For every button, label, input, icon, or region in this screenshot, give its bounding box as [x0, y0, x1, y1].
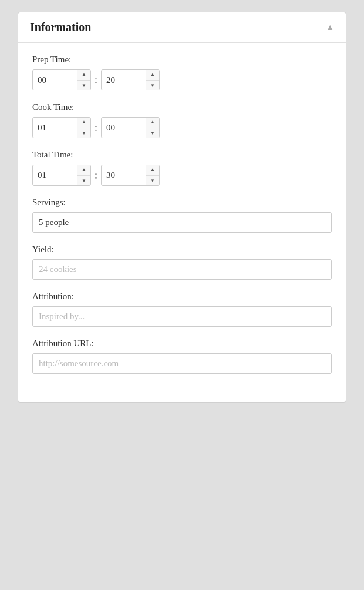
cook-time-hours-spinner: ▲ ▼	[77, 117, 90, 138]
prep-time-minutes-value: 20	[102, 69, 146, 90]
prep-time-group: Prep Time: 00 ▲ ▼ : 20 ▲ ▼	[32, 55, 332, 90]
total-time-hours-spinner: ▲ ▼	[77, 165, 90, 186]
cook-time-minutes-value: 00	[102, 117, 146, 138]
prep-time-label: Prep Time:	[32, 55, 332, 65]
total-time-minutes-up[interactable]: ▲	[146, 165, 159, 176]
cook-time-minutes-input[interactable]: 00 ▲ ▼	[101, 117, 160, 138]
total-time-hours-up[interactable]: ▲	[77, 165, 90, 176]
cook-time-label: Cook Time:	[32, 102, 332, 112]
cook-time-hours-value: 01	[33, 117, 77, 138]
attribution-url-group: Attribution URL:	[32, 338, 332, 374]
prep-time-hours-down[interactable]: ▼	[77, 81, 90, 91]
servings-label: Servings:	[32, 197, 332, 207]
attribution-label: Attribution:	[32, 291, 332, 301]
cook-time-minutes-up[interactable]: ▲	[146, 117, 159, 128]
prep-time-hours-up[interactable]: ▲	[77, 69, 90, 81]
attribution-url-label: Attribution URL:	[32, 338, 332, 348]
total-time-hours-input[interactable]: 01 ▲ ▼	[32, 165, 91, 186]
card-body: Prep Time: 00 ▲ ▼ : 20 ▲ ▼	[18, 43, 346, 402]
servings-input[interactable]	[32, 212, 332, 233]
prep-time-separator: :	[95, 75, 97, 85]
prep-time-minutes-spinner: ▲ ▼	[146, 69, 159, 90]
total-time-hours-down[interactable]: ▼	[77, 176, 90, 186]
prep-time-hours-spinner: ▲ ▼	[77, 69, 90, 90]
total-time-minutes-input[interactable]: 30 ▲ ▼	[101, 165, 160, 186]
cook-time-hours-input[interactable]: 01 ▲ ▼	[32, 117, 91, 138]
prep-time-minutes-down[interactable]: ▼	[146, 81, 159, 91]
prep-time-hours-input[interactable]: 00 ▲ ▼	[32, 69, 91, 90]
yield-input[interactable]	[32, 259, 332, 280]
prep-time-row: 00 ▲ ▼ : 20 ▲ ▼	[32, 69, 332, 90]
prep-time-minutes-up[interactable]: ▲	[146, 69, 159, 81]
total-time-minutes-value: 30	[102, 165, 146, 186]
collapse-icon[interactable]: ▲	[326, 23, 334, 32]
cook-time-minutes-spinner: ▲ ▼	[146, 117, 159, 138]
total-time-minutes-down[interactable]: ▼	[146, 176, 159, 186]
total-time-minutes-spinner: ▲ ▼	[146, 165, 159, 186]
prep-time-minutes-input[interactable]: 20 ▲ ▼	[101, 69, 160, 90]
total-time-separator: :	[95, 170, 97, 180]
cook-time-hours-up[interactable]: ▲	[77, 117, 90, 128]
cook-time-hours-down[interactable]: ▼	[77, 128, 90, 139]
servings-group: Servings:	[32, 197, 332, 233]
attribution-group: Attribution:	[32, 291, 332, 327]
cook-time-group: Cook Time: 01 ▲ ▼ : 00 ▲ ▼	[32, 102, 332, 138]
cook-time-row: 01 ▲ ▼ : 00 ▲ ▼	[32, 117, 332, 138]
information-card: Information ▲ Prep Time: 00 ▲ ▼ : 20 ▲	[18, 12, 346, 403]
total-time-hours-value: 01	[33, 165, 77, 186]
card-header: Information ▲	[18, 12, 346, 43]
cook-time-minutes-down[interactable]: ▼	[146, 128, 159, 139]
total-time-label: Total Time:	[32, 150, 332, 160]
yield-group: Yield:	[32, 244, 332, 280]
attribution-input[interactable]	[32, 306, 332, 327]
card-title: Information	[30, 21, 91, 34]
total-time-row: 01 ▲ ▼ : 30 ▲ ▼	[32, 165, 332, 186]
cook-time-separator: :	[95, 122, 97, 133]
yield-label: Yield:	[32, 244, 332, 254]
attribution-url-input[interactable]	[32, 353, 332, 374]
total-time-group: Total Time: 01 ▲ ▼ : 30 ▲ ▼	[32, 150, 332, 186]
prep-time-hours-value: 00	[33, 69, 77, 90]
